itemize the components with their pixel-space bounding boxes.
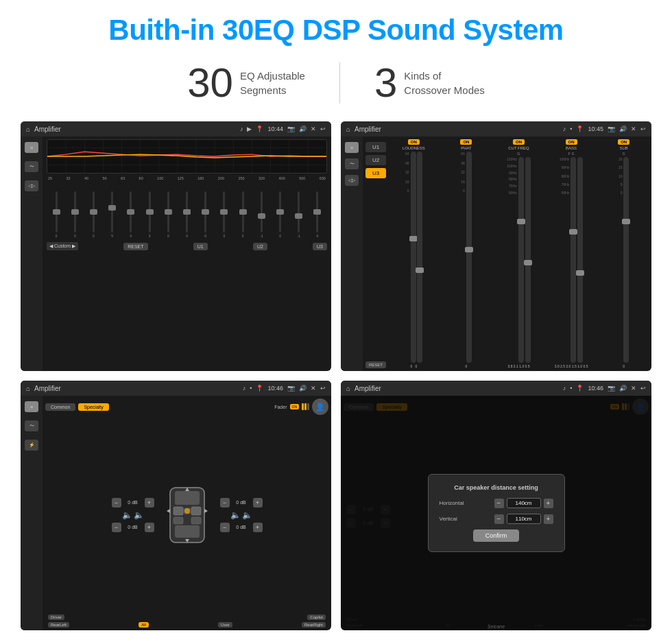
freq-labels: 25 32 40 50 63 80 100 125 160 200 250 32… [47,176,327,180]
copilot-btn[interactable]: Copilot [307,615,326,620]
phat-slider[interactable] [466,152,472,363]
bass-slider2[interactable] [577,157,583,363]
back-icon-1[interactable]: ↩ [320,126,326,132]
svg-rect-18 [175,491,200,505]
bass-label: BASS [566,146,577,150]
back-icon-2[interactable]: ↩ [640,126,646,132]
topbar-2: ⌂ Amplifier ♪ • 📍 10:45 📷 🔊 ✕ ↩ [341,121,651,136]
home-icon[interactable]: ⌂ [26,126,30,133]
svg-point-25 [184,508,190,514]
eq-slider-13[interactable]: 0 [272,191,288,238]
sub-label: SUB [620,146,628,150]
specialty-tab[interactable]: Specialty [78,403,108,411]
eq-slider-2[interactable]: 0 [67,191,83,238]
loudness-slider2[interactable] [417,152,422,363]
loudness-slider1[interactable] [411,152,416,363]
sidebar-bt-icon-3[interactable]: ⚡ [25,440,38,451]
sidebar-vol-icon-2[interactable]: ◁▷ [345,175,359,186]
sidebar-wave-icon-3[interactable]: 〜 [25,420,38,431]
tabs-row-3: Common Specialty [45,403,109,411]
volume-icon-4: 🔊 [619,385,627,392]
front-right-minus[interactable]: − [220,498,230,508]
svg-rect-22 [173,517,183,524]
eq-sliders: 0 0 0 5 [47,183,327,238]
cutfreq-on[interactable]: ON [513,139,525,145]
rear-right-minus[interactable]: − [220,523,230,532]
horizontal-minus-btn[interactable]: − [494,499,504,508]
phat-on[interactable]: ON [460,139,472,145]
vertical-minus-btn[interactable]: − [494,514,504,524]
distance-dialog: Car speaker distance setting Horizontal … [428,474,565,552]
rear-left-btn[interactable]: RearLeft [48,622,69,628]
eq-slider-1[interactable]: 0 [48,191,64,238]
all-btn[interactable]: All [139,622,149,628]
front-left-minus[interactable]: − [112,498,121,508]
front-right-plus[interactable]: + [253,498,263,508]
eq-slider-15[interactable]: 0 [309,191,326,238]
eq-slider-8[interactable]: 0 [178,191,195,238]
crossover-number: 3 [374,59,397,106]
horizontal-plus-btn[interactable]: + [544,499,553,508]
loudness-on[interactable]: ON [408,139,420,145]
common-tab[interactable]: Common [45,403,75,411]
user-btn[interactable]: User [218,622,232,628]
u2-select[interactable]: U2 [365,155,386,165]
eq-slider-9[interactable]: 0 [197,191,214,238]
rear-left-minus[interactable]: − [112,523,121,532]
sidebar-wave-icon-2[interactable]: 〜 [345,158,359,169]
u3-btn[interactable]: U3 [313,243,327,250]
eq-slider-12[interactable]: -1 [253,191,269,238]
rear-left-plus[interactable]: + [145,523,154,532]
eq-slider-10[interactable]: 0 [216,191,232,238]
rear-right-btn[interactable]: RearRight [302,622,326,628]
eq-slider-5[interactable]: 0 [123,191,139,238]
camera-icon-2: 📷 [608,126,615,132]
rear-right-plus[interactable]: + [253,523,263,532]
right-vol-control: − 0 dB + 🔈 🔈 − 0 dB + [220,498,263,532]
svg-rect-21 [191,507,201,515]
svg-rect-23 [191,517,201,524]
home-icon-2[interactable]: ⌂ [346,126,350,133]
play-icon: ▶ [247,126,252,132]
sidebar-eq-icon-2[interactable]: ≡ [345,142,359,153]
back-icon-4[interactable]: ↩ [640,385,646,392]
u1-select[interactable]: U1 [365,142,386,152]
sub-slider[interactable] [623,157,629,363]
sidebar-eq-icon-3[interactable]: ≡ [25,401,38,412]
eq-slider-3[interactable]: 0 [85,191,101,238]
sidebar-wave-icon[interactable]: 〜 [25,161,38,172]
eq-slider-6[interactable]: 0 [141,191,158,238]
fader-bars[interactable] [302,403,309,410]
bass-slider1[interactable] [571,157,576,363]
u2-btn[interactable]: U2 [253,243,267,250]
eq-slider-11[interactable]: 0 [235,191,251,238]
bass-on[interactable]: ON [566,139,577,145]
u1-btn[interactable]: U1 [193,243,208,250]
u3-select[interactable]: U3 [365,168,386,178]
fader-on-badge[interactable]: ON [290,404,300,409]
eq-slider-4[interactable]: 5 [104,191,121,238]
cutfreq-slider1[interactable] [518,157,524,363]
user-avatar[interactable]: 👤 [312,398,328,415]
front-left-plus[interactable]: + [145,498,154,508]
eq-slider-14[interactable]: -1 [291,191,307,238]
topbar-title-4: Amplifier [355,385,559,392]
eq-slider-7[interactable]: 0 [160,191,176,238]
sub-on[interactable]: ON [618,139,629,145]
prev-btn[interactable]: ◀ Custom ▶ [47,242,78,250]
driver-btn[interactable]: Driver [48,615,64,620]
music-icon-2: ♪ [563,126,566,132]
sidebar-eq-icon[interactable]: ≡ [25,142,38,153]
location-labels: Driver Copilot [45,615,328,620]
sidebar-vol-icon[interactable]: ◁▷ [25,180,38,191]
back-icon-3[interactable]: ↩ [320,385,326,392]
crossover-reset-btn[interactable]: RESET [365,361,386,368]
home-icon-3[interactable]: ⌂ [26,385,30,392]
cutfreq-slider2[interactable] [525,157,531,363]
confirm-button[interactable]: Confirm [473,529,520,542]
vertical-plus-btn[interactable]: + [544,514,553,524]
horizontal-row: Horizontal − 140cm + [440,498,553,508]
home-icon-4[interactable]: ⌂ [346,385,350,392]
time-2: 10:45 [588,126,603,132]
reset-btn[interactable]: RESET [123,243,147,250]
